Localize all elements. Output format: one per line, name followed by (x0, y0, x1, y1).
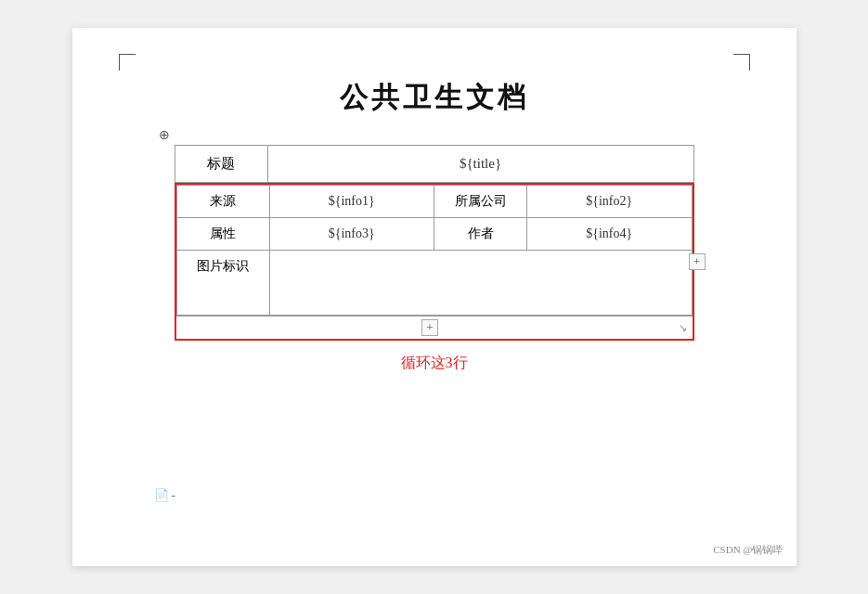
corner-mark-top-right (733, 54, 750, 71)
row3-label1: 图片标识 (176, 251, 269, 316)
red-bottom-bar: + ↘ (176, 316, 693, 339)
row2-value1: ${info3} (269, 218, 434, 251)
inner-table: 来源 ${info1} 所属公司 ${info2} 属性 (176, 185, 693, 316)
document-page: 公共卫生文档 ⊕ 标题 ${title} + (72, 28, 797, 566)
outer-table: 标题 ${title} (175, 145, 694, 183)
table-row: 图片标识 (176, 251, 692, 316)
note-symbol: 📄 (154, 488, 169, 503)
title-value-text: ${title} (460, 156, 501, 171)
table-row: 属性 ${info3} 作者 ${info4} (176, 218, 692, 251)
row3-image-cell (269, 251, 692, 316)
row1-value2: ${info2} (527, 186, 693, 218)
loop-annotation: 循环这3行 (401, 354, 468, 373)
plus-button-right[interactable]: + (689, 253, 706, 270)
note-dash: - (172, 488, 175, 503)
note-icon: 📄 - (154, 488, 175, 503)
row2-value2: ${info4} (527, 218, 693, 251)
row2-label1: 属性 (176, 218, 269, 251)
row1-label1: 来源 (176, 186, 269, 218)
table-container: ⊕ 标题 ${title} + 来源 (175, 145, 694, 341)
table-row: 来源 ${info1} 所属公司 ${info2} (176, 186, 692, 218)
row1-value1: ${info1} (269, 186, 434, 218)
row1-label2: 所属公司 (434, 186, 527, 218)
row2-label2: 作者 (434, 218, 527, 251)
move-icon[interactable]: ⊕ (156, 126, 173, 143)
plus-button-bottom[interactable]: + (421, 319, 438, 336)
title-label-text: 标题 (207, 156, 235, 171)
watermark: CSDN @锅锅哔 (713, 543, 783, 557)
resize-handle[interactable]: ↘ (679, 322, 687, 334)
red-section: + 来源 ${info1} 所属公司 ${info2} (175, 183, 694, 341)
page-title: 公共卫生文档 (340, 79, 529, 117)
title-row: 标题 ${title} (175, 146, 693, 183)
title-label-cell: 标题 (175, 146, 267, 183)
corner-mark-top-left (119, 54, 136, 71)
title-value-cell: ${title} (267, 146, 693, 183)
